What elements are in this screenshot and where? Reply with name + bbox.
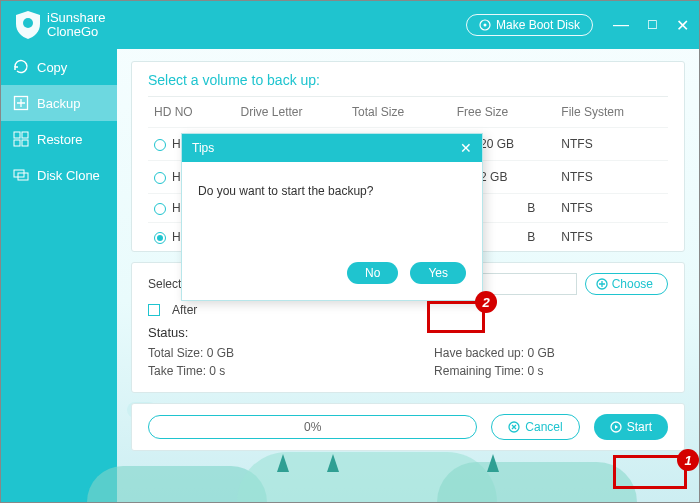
- svg-rect-6: [14, 140, 20, 146]
- callout-badge-1: 1: [677, 449, 699, 471]
- plus-circle-icon: [596, 278, 608, 290]
- shield-logo-icon: [15, 10, 41, 40]
- sidebar-label-backup: Backup: [37, 96, 80, 111]
- sidebar-item-diskclone[interactable]: Disk Clone: [1, 157, 117, 193]
- minimize-button[interactable]: ―: [613, 16, 629, 34]
- app-name-2: CloneGo: [47, 25, 106, 39]
- status-taketime: Take Time: 0 s: [148, 362, 234, 380]
- diskclone-icon: [13, 167, 29, 183]
- dialog-close-button[interactable]: ✕: [460, 140, 472, 156]
- sidebar-item-backup[interactable]: Backup: [1, 85, 117, 121]
- make-boot-disk-button[interactable]: Make Boot Disk: [466, 14, 593, 36]
- radio-icon[interactable]: [154, 139, 166, 151]
- svg-point-0: [23, 18, 33, 28]
- status-backed: Have backed up: 0 GB: [434, 344, 555, 362]
- sidebar-label-copy: Copy: [37, 60, 67, 75]
- disc-icon: [479, 19, 491, 31]
- close-button[interactable]: ✕: [676, 16, 689, 35]
- svg-rect-7: [22, 140, 28, 146]
- app-logo: iSunshare CloneGo: [11, 10, 106, 40]
- progress-text: 0%: [304, 420, 321, 434]
- maximize-button[interactable]: ☐: [647, 18, 658, 32]
- sidebar-item-restore[interactable]: Restore: [1, 121, 117, 157]
- col-free: Free Size: [451, 97, 556, 128]
- status-remain: Remaining Time: 0 s: [434, 362, 555, 380]
- radio-icon[interactable]: [154, 172, 166, 184]
- start-button[interactable]: Start: [594, 414, 668, 440]
- radio-icon[interactable]: [154, 232, 166, 244]
- col-fs: File System: [555, 97, 668, 128]
- svg-rect-4: [14, 132, 20, 138]
- after-checkbox[interactable]: [148, 304, 160, 316]
- sidebar-item-copy[interactable]: Copy: [1, 49, 117, 85]
- select-volume-title: Select a volume to back up:: [148, 72, 668, 88]
- status-total: Total Size: 0 GB: [148, 344, 234, 362]
- cancel-button[interactable]: Cancel: [491, 414, 579, 440]
- dialog-no-button[interactable]: No: [347, 262, 398, 284]
- make-boot-disk-label: Make Boot Disk: [496, 18, 580, 32]
- svg-rect-5: [22, 132, 28, 138]
- titlebar: iSunshare CloneGo Make Boot Disk ― ☐ ✕: [1, 1, 699, 49]
- progress-bar: 0%: [148, 415, 477, 439]
- play-icon: [610, 421, 622, 433]
- after-label: After: [172, 303, 197, 317]
- radio-icon[interactable]: [154, 203, 166, 215]
- sidebar-label-diskclone: Disk Clone: [37, 168, 100, 183]
- copy-icon: [13, 59, 29, 75]
- dialog-yes-button[interactable]: Yes: [410, 262, 466, 284]
- cancel-icon: [508, 421, 520, 433]
- sidebar-label-restore: Restore: [37, 132, 83, 147]
- svg-point-2: [483, 24, 486, 27]
- app-name-1: iSunshare: [47, 11, 106, 25]
- col-drive: Drive Letter: [234, 97, 346, 128]
- backup-icon: [13, 95, 29, 111]
- callout-badge-2: 2: [475, 291, 497, 313]
- bottom-bar: 0% Cancel Start: [131, 403, 685, 451]
- sidebar: Copy Backup Restore Disk Clone: [1, 49, 117, 502]
- choose-button[interactable]: Choose: [585, 273, 668, 295]
- col-hdno: HD NO: [148, 97, 234, 128]
- col-total: Total Size: [346, 97, 451, 128]
- restore-icon: [13, 131, 29, 147]
- tips-dialog: Tips ✕ Do you want to start the backup? …: [181, 133, 483, 301]
- dialog-message: Do you want to start the backup?: [198, 184, 373, 198]
- dialog-title: Tips: [192, 141, 214, 155]
- status-title: Status:: [148, 325, 668, 340]
